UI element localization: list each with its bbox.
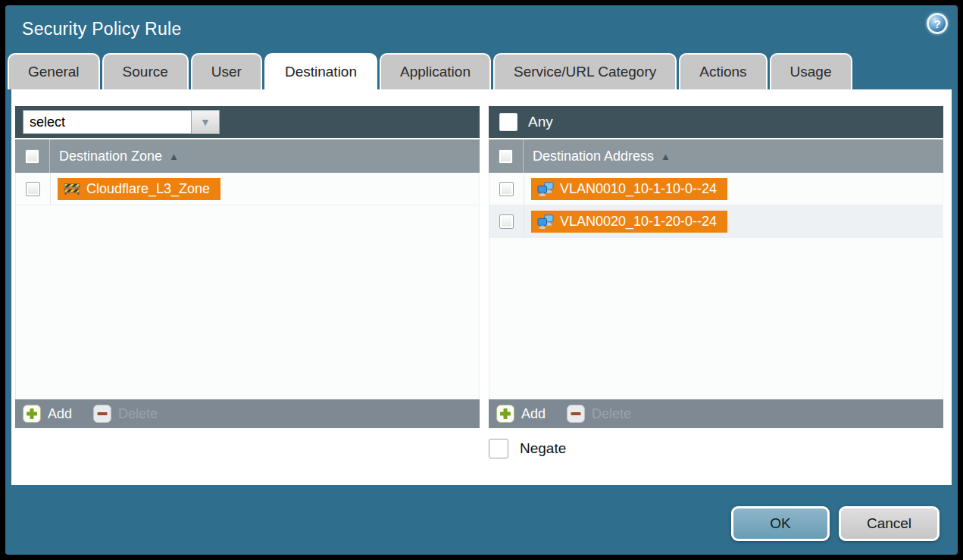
address-entry-label: VLAN0020_10-1-20-0--24 <box>560 214 717 230</box>
sort-asc-icon[interactable]: ▲ <box>661 151 671 162</box>
address-select-all-cell <box>489 139 524 173</box>
row-checkbox[interactable] <box>499 182 514 196</box>
cancel-button[interactable]: Cancel <box>839 506 940 541</box>
zone-select-dropdown-button[interactable]: ▼ <box>191 110 220 134</box>
negate-option: Negate <box>489 439 566 458</box>
address-column-header: Destination Address ▲ <box>489 138 943 173</box>
zone-select-input[interactable] <box>23 110 191 134</box>
network-icon <box>537 214 554 229</box>
row-checkbox-cell <box>16 173 51 205</box>
tab-user[interactable]: User <box>191 53 262 89</box>
help-icon[interactable]: ? <box>927 13 948 34</box>
address-entry-label: VLAN0010_10-1-10-0--24 <box>560 181 717 197</box>
tab-bar: General Source User Destination Applicat… <box>8 53 852 89</box>
negate-label: Negate <box>520 440 566 457</box>
add-icon <box>23 405 41 423</box>
zone-icon <box>64 182 80 196</box>
zone-entry[interactable]: Cloudflare_L3_Zone <box>58 178 220 200</box>
table-row[interactable]: VLAN0010_10-1-10-0--24 <box>489 173 943 205</box>
address-select-all-checkbox[interactable] <box>499 149 513 164</box>
zone-select-all-checkbox[interactable] <box>25 149 39 164</box>
table-row[interactable]: VLAN0020_10-1-20-0--24 <box>489 205 943 238</box>
destination-address-panel: Any Destination Address ▲ <box>489 106 943 428</box>
chevron-down-icon: ▼ <box>200 116 211 128</box>
destination-tab-content: ▼ Destination Zone ▲ <box>11 89 952 485</box>
row-checkbox-cell <box>489 205 524 237</box>
delete-icon <box>567 405 585 423</box>
zone-column-header: Destination Zone ▲ <box>15 138 480 173</box>
zone-filter-bar: ▼ <box>15 106 480 138</box>
add-button-label: Add <box>48 406 72 422</box>
row-checkbox[interactable] <box>26 182 40 196</box>
tab-service-url-category[interactable]: Service/URL Category <box>493 53 677 89</box>
tab-general[interactable]: General <box>8 53 100 89</box>
tab-usage[interactable]: Usage <box>770 53 852 89</box>
network-icon <box>537 182 554 196</box>
delete-button-label: Delete <box>592 406 631 422</box>
any-checkbox[interactable] <box>499 113 517 131</box>
delete-icon <box>93 405 111 423</box>
zone-select-combo: ▼ <box>23 110 220 134</box>
address-entry[interactable]: VLAN0020_10-1-20-0--24 <box>531 211 727 233</box>
add-zone-button[interactable]: Add <box>23 405 72 423</box>
delete-address-button[interactable]: Delete <box>567 405 631 423</box>
address-entry[interactable]: VLAN0010_10-1-10-0--24 <box>531 178 727 200</box>
destination-zone-panel: ▼ Destination Zone ▲ <box>15 106 480 428</box>
address-list: VLAN0010_10-1-10-0--24 <box>489 173 943 399</box>
ok-button[interactable]: OK <box>731 506 830 541</box>
zone-column-title[interactable]: Destination Zone <box>59 149 162 164</box>
sort-asc-icon[interactable]: ▲ <box>169 151 179 162</box>
any-bar: Any <box>489 106 943 138</box>
zone-select-all-cell <box>15 139 50 173</box>
dialog-title: Security Policy Rule <box>22 19 182 39</box>
row-checkbox[interactable] <box>499 214 514 229</box>
add-button-label: Add <box>521 406 546 422</box>
row-checkbox-cell <box>489 173 524 205</box>
delete-button-label: Delete <box>118 406 158 422</box>
address-column-title[interactable]: Destination Address <box>533 149 654 164</box>
negate-checkbox[interactable] <box>489 439 508 458</box>
zone-entry-label: Cloudflare_L3_Zone <box>86 181 210 197</box>
add-icon <box>496 405 514 423</box>
zone-panel-footer: Add Delete <box>15 399 480 428</box>
zone-list: Cloudflare_L3_Zone <box>15 173 480 399</box>
tab-actions[interactable]: Actions <box>679 53 767 89</box>
any-label: Any <box>528 114 553 130</box>
tab-application[interactable]: Application <box>380 53 491 89</box>
security-policy-rule-dialog: Security Policy Rule ? General Source Us… <box>5 5 958 555</box>
delete-zone-button[interactable]: Delete <box>93 405 158 423</box>
tab-source[interactable]: Source <box>102 53 189 89</box>
table-row[interactable]: Cloudflare_L3_Zone <box>16 173 479 205</box>
tab-destination[interactable]: Destination <box>264 53 377 89</box>
address-panel-footer: Add Delete <box>489 399 943 428</box>
add-address-button[interactable]: Add <box>496 405 546 423</box>
